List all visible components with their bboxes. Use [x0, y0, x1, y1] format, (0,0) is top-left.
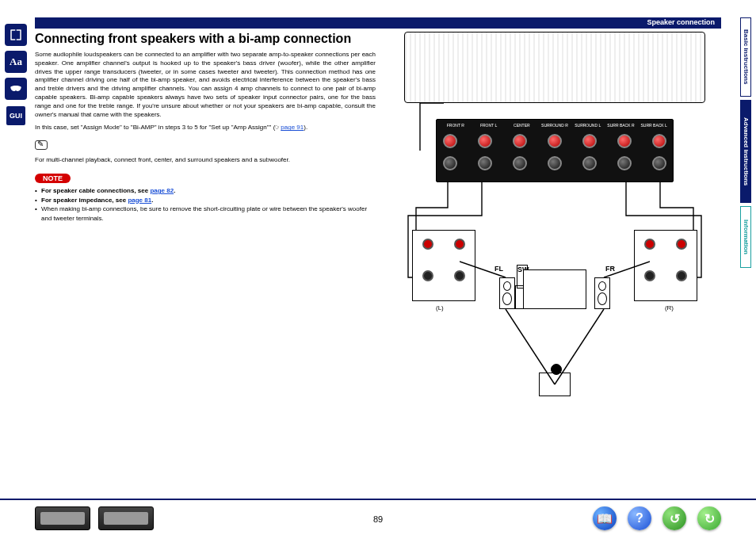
note-item-3: When making bi-amp connections, be sure … [35, 204, 376, 223]
note-item-2: For speaker impedance, see page 81. [35, 196, 376, 205]
body-paragraph-2: In this case, set "Assign Mode" to "Bi-A… [35, 124, 376, 132]
note-badge: NOTE [35, 174, 71, 183]
body-paragraph-1: Some audiophile loudspeakers can be conn… [35, 51, 376, 119]
tab-information[interactable]: Information [740, 206, 751, 268]
page: Aa GUI Speaker connection Connecting fro… [0, 0, 756, 535]
help-button[interactable]: ? [628, 506, 651, 530]
label-fr: FR [605, 265, 615, 273]
nav-gui-icon[interactable]: GUI [5, 105, 27, 127]
next-page-button[interactable]: ↻ [697, 506, 721, 530]
para2-post: ). [304, 124, 307, 131]
main-content: Connecting front speakers with a bi-amp … [35, 32, 376, 223]
tv-icon [523, 269, 586, 309]
note1-tail: . [174, 187, 175, 194]
note2-bold: For speaker impedance, see [41, 197, 128, 204]
tab-basic-instructions[interactable]: Basic instructions [740, 17, 751, 97]
nav-mask-icon[interactable] [5, 78, 27, 100]
front-left-speaker-icon [499, 277, 515, 309]
listener-icon [539, 373, 571, 396]
speaker-label-l: (L) [436, 304, 444, 311]
page-title: Connecting front speakers with a bi-amp … [35, 32, 376, 46]
front-right-speaker-icon [594, 277, 610, 309]
wiring-diagram: FRONT R FRONT L CENTER SURROUND R SURROU… [388, 32, 721, 460]
contents-button[interactable]: 📖 [593, 506, 617, 530]
para2-pre: In this case, set "Assign Mode" to "Bi-A… [35, 124, 275, 131]
room-layout: FL SW FR [460, 230, 650, 436]
note1-bold: For speaker cable connections, see [41, 187, 150, 194]
link-page-81[interactable]: page 81 [128, 197, 151, 204]
header-section-bar: Speaker connection [35, 17, 721, 29]
note-item-1: For speaker cable connections, see page … [35, 186, 376, 196]
footer: 89 📖 ? ↺ ↻ [0, 499, 756, 535]
footer-device-icons [35, 506, 154, 530]
link-page-91[interactable]: page 91 [281, 124, 304, 131]
left-nav: Aa GUI [5, 24, 29, 127]
prev-page-button[interactable]: ↺ [662, 506, 686, 530]
nav-aa-icon[interactable]: Aa [5, 51, 27, 73]
device-front-icon[interactable] [35, 506, 90, 530]
tab-advanced-instructions[interactable]: Advanced instructions [740, 100, 751, 203]
note2-tail: . [151, 197, 153, 204]
label-fl: FL [494, 265, 503, 273]
pen-icon [35, 140, 48, 150]
notes-list: For speaker cable connections, see page … [35, 186, 376, 223]
body-paragraph-3: For multi-channel playback, connect fron… [35, 156, 376, 165]
footer-nav-buttons: 📖 ? ↺ ↻ [593, 506, 721, 530]
right-tabs: Basic instructions Advanced instructions… [740, 17, 751, 268]
device-rear-icon[interactable] [98, 506, 154, 530]
link-page-82[interactable]: page 82 [150, 187, 174, 194]
page-number: 89 [373, 514, 383, 524]
speaker-label-r: (R) [665, 304, 674, 311]
nav-book-icon[interactable] [5, 24, 27, 46]
